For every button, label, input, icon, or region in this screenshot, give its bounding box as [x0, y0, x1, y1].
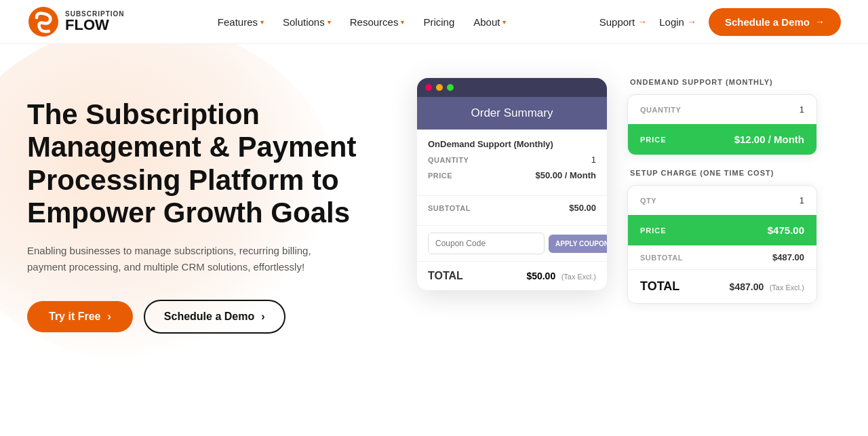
panel-total-value: $487.00 (Tax Excl.) — [730, 281, 804, 293]
subtotal-row: SUBTOTAL $50.00 — [428, 203, 596, 213]
arrow-right-icon: › — [107, 311, 111, 323]
nav-pricing[interactable]: Pricing — [423, 16, 454, 28]
order-summary-card: Order Summary OnDemand Support (Monthly)… — [417, 78, 607, 290]
hero-buttons: Try it Free › Schedule a Demo › — [27, 300, 393, 334]
quantity-value: 1 — [591, 155, 596, 165]
navbar: SUBSCRIPTION FLOW Features ▾ Solutions ▾… — [0, 0, 868, 44]
chevron-down-icon: ▾ — [328, 18, 331, 26]
maximize-dot — [447, 84, 454, 91]
order-product-section: OnDemand Support (Monthly) QUANTITY 1 PR… — [417, 130, 607, 196]
logo[interactable]: SUBSCRIPTION FLOW — [27, 5, 125, 38]
product-name: OnDemand Support (Monthly) — [428, 139, 553, 149]
ondemand-qty-row: QUANTITY 1 — [628, 95, 816, 124]
ondemand-qty-label: QUANTITY — [640, 106, 681, 114]
chevron-down-icon: ▾ — [502, 18, 506, 26]
quantity-row: QUANTITY 1 — [428, 155, 596, 165]
apply-coupon-button[interactable]: APPLY COUPON — [549, 235, 607, 253]
nav-about[interactable]: About ▾ — [473, 16, 506, 28]
panel-subtotal-value: $487.00 — [772, 252, 804, 262]
coupon-row: APPLY COUPON — [428, 233, 596, 254]
total-label: TOTAL — [428, 270, 463, 282]
coupon-input[interactable] — [428, 233, 545, 254]
panel-total-row: TOTAL $487.00 (Tax Excl.) — [628, 269, 816, 303]
setup-qty-row: QTY 1 — [628, 186, 816, 215]
nav-login[interactable]: Login → — [659, 16, 696, 28]
setup-price-label: PRICE — [640, 226, 667, 235]
panel-total-label: TOTAL — [640, 279, 679, 294]
hero-title: The Subscription Management & Payment Pr… — [27, 98, 393, 229]
price-value: $50.00 / Month — [535, 170, 596, 180]
nav-features[interactable]: Features ▾ — [218, 16, 264, 28]
arrow-right-icon: → — [637, 16, 647, 27]
ondemand-card: QUANTITY 1 PRICE $12.00 / Month — [627, 94, 817, 155]
setup-price-value: $475.00 — [768, 224, 804, 236]
arrow-right-icon: → — [815, 16, 825, 27]
subtotal-value: $50.00 — [569, 203, 596, 213]
ondemand-qty-value: 1 — [800, 104, 804, 115]
minimize-dot — [436, 84, 443, 91]
subtotal-label: SUBTOTAL — [428, 204, 471, 212]
subtotal-section: SUBTOTAL $50.00 — [417, 196, 607, 226]
card-titlebar — [417, 78, 607, 97]
setup-qty-value: 1 — [800, 195, 804, 205]
nav-resources[interactable]: Resources ▾ — [350, 16, 405, 28]
chevron-down-icon: ▾ — [401, 18, 404, 26]
try-free-button[interactable]: Try it Free › — [27, 301, 133, 332]
chevron-down-icon: ▾ — [260, 18, 264, 26]
nav-support[interactable]: Support → — [599, 16, 648, 28]
ondemand-title: ONDEMAND SUPPORT (MONTHLY) — [627, 78, 817, 86]
coupon-section: APPLY COUPON — [417, 226, 607, 262]
ondemand-price-value: $12.00 / Month — [734, 134, 804, 145]
nav-actions: Support → Login → Schedule a Demo → — [599, 8, 841, 36]
price-row: PRICE $50.00 / Month — [428, 170, 596, 180]
schedule-demo-hero-button[interactable]: Schedule a Demo › — [144, 300, 285, 334]
panel-subtotal-row: SUBTOTAL $487.00 — [628, 245, 816, 269]
arrow-right-icon: › — [261, 311, 264, 323]
right-pricing-panel: ONDEMAND SUPPORT (MONTHLY) QUANTITY 1 PR… — [627, 78, 817, 317]
panel-subtotal-label: SUBTOTAL — [640, 254, 683, 262]
nav-solutions[interactable]: Solutions ▾ — [283, 16, 331, 28]
price-label: PRICE — [428, 172, 452, 180]
order-header: Order Summary — [417, 97, 607, 130]
arrow-right-icon: → — [687, 16, 696, 27]
hero-section: The Subscription Management & Payment Pr… — [0, 44, 868, 436]
product-name-row: OnDemand Support (Monthly) — [428, 139, 596, 149]
ondemand-price-label: PRICE — [640, 136, 667, 144]
logo-flow: FLOW — [65, 18, 125, 33]
quantity-label: QUANTITY — [428, 156, 469, 164]
hero-left: The Subscription Management & Payment Pr… — [27, 85, 393, 334]
close-dot — [425, 84, 432, 91]
ondemand-price-bar: PRICE $12.00 / Month — [628, 124, 816, 155]
setup-price-bar: PRICE $475.00 — [628, 215, 816, 245]
setup-qty-label: QTY — [640, 197, 656, 205]
hero-subtitle: Enabling businesses to manage subscripti… — [27, 243, 339, 275]
nav-links: Features ▾ Solutions ▾ Resources ▾ Prici… — [218, 16, 507, 28]
schedule-demo-button[interactable]: Schedule a Demo → — [709, 8, 841, 36]
hero-right: Order Summary OnDemand Support (Monthly)… — [393, 78, 841, 317]
total-section: TOTAL $50.00 (Tax Excl.) — [417, 262, 607, 290]
total-value: $50.00 (Tax Excl.) — [526, 270, 596, 282]
setup-title: SETUP CHARGE (one time cost) — [627, 169, 817, 177]
setup-card: QTY 1 PRICE $475.00 SUBTOTAL $487.00 TOT… — [627, 185, 817, 304]
